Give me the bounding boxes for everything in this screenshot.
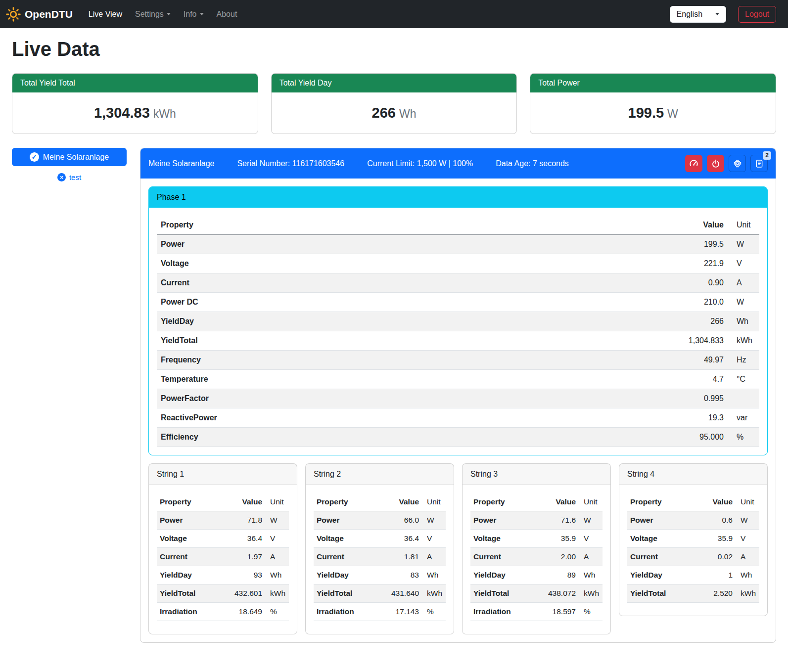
summary-card-title: Total Power	[530, 74, 776, 92]
table-row: YieldTotal 431.640 kWh	[314, 584, 446, 603]
property-cell: Irradiation	[314, 603, 374, 621]
unit-cell: Wh	[579, 566, 603, 584]
table-header-row: Property Value Unit	[470, 493, 603, 511]
value-header: Value	[531, 493, 579, 511]
value-cell: 89	[531, 566, 579, 584]
string-card-body: Property Value Unit Power 0.6	[619, 485, 767, 616]
value-cell: 1.81	[374, 548, 422, 566]
property-cell: Efficiency	[157, 428, 498, 447]
table-row: YieldDay 89 Wh	[470, 566, 603, 584]
property-header: Property	[157, 493, 218, 511]
summary-card-body: 266Wh	[272, 92, 517, 134]
table-header-row: Property Value Unit	[314, 493, 446, 511]
unit-cell: %	[422, 603, 446, 621]
logout-button[interactable]: Logout	[738, 6, 776, 23]
value-cell: 4.7	[498, 370, 728, 389]
value-cell: 18.597	[531, 603, 579, 621]
table-row: Current 1.97 A	[157, 548, 289, 566]
inverter-select-test[interactable]: × test	[12, 173, 127, 181]
property-cell: Power	[470, 511, 531, 530]
unit-cell: W	[422, 511, 446, 530]
inverter-select-meine-solaranlage[interactable]: ✓ Meine Solaranlage	[12, 148, 127, 166]
value-cell: 71.6	[531, 511, 579, 530]
table-row: Power 0.6 W	[627, 511, 759, 530]
string-card-title: String 2	[306, 464, 454, 485]
value-cell: 66.0	[374, 511, 422, 530]
summary-card-body: 199.5W	[530, 92, 776, 134]
x-circle-icon: ×	[57, 173, 66, 181]
summary-card-body: 1,304.83kWh	[12, 92, 258, 134]
event-log-button[interactable]: 2	[750, 155, 768, 172]
table-row: Irradiation 17.143 %	[314, 603, 446, 621]
value-cell: 2.00	[531, 548, 579, 566]
property-cell: Current	[470, 548, 531, 566]
nav-item-info[interactable]: Info	[178, 6, 210, 23]
table-row: Temperature 4.7 °C	[157, 370, 759, 389]
table-row: YieldDay 266 Wh	[157, 312, 759, 331]
unit-header: Unit	[265, 493, 289, 511]
unit-cell: Wh	[422, 566, 446, 584]
unit-cell: A	[728, 273, 759, 293]
nav-item-live-view[interactable]: Live View	[83, 6, 128, 23]
nav-item-about[interactable]: About	[211, 6, 243, 23]
unit-cell: kWh	[265, 584, 289, 603]
nav-item-label: Info	[184, 10, 197, 19]
unit-cell: Hz	[728, 351, 759, 370]
summary-unit: W	[667, 107, 678, 120]
unit-cell: V	[422, 530, 446, 548]
table-row: Voltage 36.4 V	[314, 530, 446, 548]
summary-value: 199.5	[628, 105, 664, 121]
value-cell: 210.0	[498, 293, 728, 312]
table-row: Irradiation 18.597 %	[470, 603, 603, 621]
brand[interactable]: OpenDTU	[6, 7, 73, 22]
property-header: Property	[470, 493, 531, 511]
value-cell: 0.02	[694, 548, 736, 566]
value-cell: 438.072	[531, 584, 579, 603]
unit-cell: A	[422, 548, 446, 566]
nav-item-settings[interactable]: Settings	[129, 6, 177, 23]
sun-icon	[6, 7, 21, 22]
value-cell: 1	[694, 566, 736, 584]
unit-cell: A	[736, 548, 759, 566]
unit-cell: W	[728, 235, 759, 254]
value-cell: 17.143	[374, 603, 422, 621]
unit-cell: Wh	[736, 566, 759, 584]
caret-down-icon	[167, 13, 171, 15]
unit-cell: kWh	[422, 584, 446, 603]
inverter-serial: Serial Number: 116171603546	[237, 159, 344, 168]
limit-settings-button[interactable]	[685, 155, 702, 172]
value-cell: 35.9	[531, 530, 579, 548]
power-icon	[711, 159, 720, 168]
property-cell: PowerFactor	[157, 389, 498, 408]
unit-cell: °C	[728, 370, 759, 389]
property-cell: Irradiation	[157, 603, 218, 621]
value-cell: 35.9	[694, 530, 736, 548]
unit-header: Unit	[579, 493, 603, 511]
value-cell: 266	[498, 312, 728, 331]
property-cell: Power	[627, 511, 694, 530]
summary-card-title: Total Yield Day	[272, 74, 517, 92]
summary-card-title: Total Yield Total	[12, 74, 258, 92]
unit-cell: A	[265, 548, 289, 566]
device-info-button[interactable]	[729, 155, 746, 172]
table-row: Power 71.6 W	[470, 511, 603, 530]
value-cell: 0.995	[498, 389, 728, 408]
property-cell: Voltage	[314, 530, 374, 548]
string-card-3: String 3 Property Value Unit	[462, 463, 611, 634]
inverter-panel: Meine Solaranlage Serial Number: 1161716…	[140, 148, 776, 643]
unit-cell: kWh	[579, 584, 603, 603]
property-cell: Voltage	[627, 530, 694, 548]
phase-table: Property Value Unit Power 199.5 W	[157, 216, 759, 447]
summary-card-total-power: Total Power 199.5W	[530, 73, 776, 134]
phase-card-title: Phase 1	[149, 187, 767, 208]
string-card-body: Property Value Unit Power 71.6	[463, 485, 610, 634]
navbar-right: English Logout	[670, 6, 776, 23]
language-select[interactable]: English	[670, 6, 726, 23]
unit-cell: Wh	[728, 312, 759, 331]
string-table: Property Value Unit Power 71.6	[470, 493, 603, 621]
table-row: YieldTotal 1,304.833 kWh	[157, 331, 759, 351]
summary-card-total-yield-total: Total Yield Total 1,304.83kWh	[12, 73, 258, 134]
property-cell: Current	[157, 273, 498, 293]
property-cell: Current	[314, 548, 374, 566]
power-toggle-button[interactable]	[707, 155, 724, 172]
